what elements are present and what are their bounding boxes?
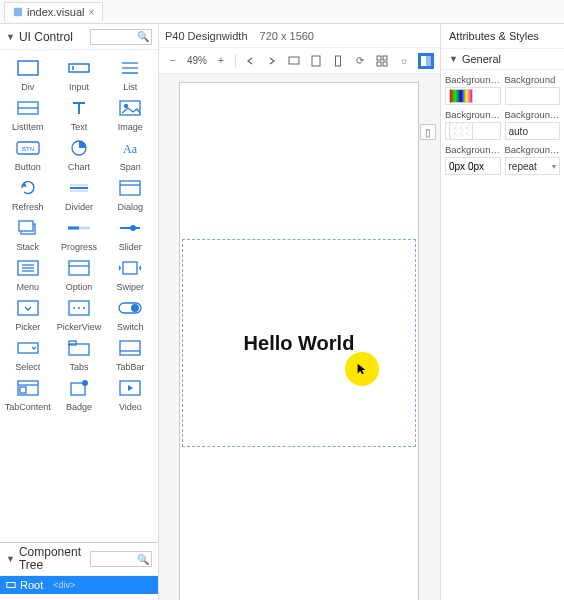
video-icon <box>117 378 143 398</box>
control-grid: DivInputListListItemTextImageBTNButtonCh… <box>0 50 158 542</box>
close-icon[interactable]: × <box>88 7 94 18</box>
svg-point-36 <box>78 307 80 309</box>
control-dialog[interactable]: Dialog <box>105 178 156 212</box>
prop-bg-value[interactable] <box>505 87 561 105</box>
prop-bg-label: Background <box>505 74 561 85</box>
canvas-text: Hello World <box>244 332 355 355</box>
control-slider[interactable]: Slider <box>105 218 156 252</box>
control-label: Option <box>66 282 93 292</box>
file-icon <box>13 7 23 17</box>
switch-icon <box>117 298 143 318</box>
prop-bg-color-value[interactable] <box>445 87 501 105</box>
brightness-icon[interactable]: ☼ <box>396 53 412 69</box>
svg-rect-59 <box>421 56 426 66</box>
control-chart[interactable]: Chart <box>53 138 104 172</box>
control-label: ListItem <box>12 122 44 132</box>
control-stack[interactable]: Stack <box>2 218 53 252</box>
tree-search-input[interactable] <box>93 554 137 565</box>
control-progress[interactable]: Progress <box>53 218 104 252</box>
rotate-icon[interactable]: ⟳ <box>352 53 368 69</box>
control-badge[interactable]: Badge <box>53 378 104 412</box>
control-search[interactable]: 🔍 <box>90 29 152 45</box>
device-resolution: 720 x 1560 <box>260 30 314 42</box>
control-list[interactable]: List <box>105 58 156 92</box>
control-label: Button <box>15 162 41 172</box>
prop-bg-image-value[interactable] <box>445 122 501 140</box>
span-icon: Aa <box>117 138 143 158</box>
control-button[interactable]: BTNButton <box>2 138 53 172</box>
control-tabs[interactable]: Tabs <box>53 338 104 372</box>
zoom-in-button[interactable]: + <box>213 53 229 69</box>
design-info-bar: P40 Designwidth 720 x 1560 <box>159 24 440 48</box>
device-name[interactable]: P40 Designwidth <box>165 30 248 42</box>
menu-icon <box>15 258 41 278</box>
tablet-icon[interactable] <box>308 53 324 69</box>
listitem-icon <box>15 98 41 118</box>
control-swiper[interactable]: Swiper <box>105 258 156 292</box>
control-video[interactable]: Video <box>105 378 156 412</box>
slider-icon <box>117 218 143 238</box>
svg-point-39 <box>131 304 139 312</box>
monitor-icon[interactable] <box>286 53 302 69</box>
toggle-panel-button[interactable]: ▯ <box>420 124 436 140</box>
phone-icon[interactable] <box>330 53 346 69</box>
control-divider[interactable]: Divider <box>53 178 104 212</box>
canvas-toolbar: − 49% + ⟳ ☼ <box>159 48 440 74</box>
tabs-icon <box>66 338 92 358</box>
chevron-down-icon[interactable]: ▼ <box>6 554 15 564</box>
general-section-header[interactable]: ▼ General <box>441 49 564 70</box>
div-icon <box>15 58 41 78</box>
svg-rect-47 <box>20 387 26 393</box>
control-label: Refresh <box>12 202 44 212</box>
control-select[interactable]: Select <box>2 338 53 372</box>
control-label: Dialog <box>118 202 144 212</box>
selected-element[interactable]: Hello World <box>182 239 416 447</box>
device-frame[interactable]: Hello World <box>179 82 419 600</box>
svg-rect-56 <box>383 56 387 60</box>
refresh-icon <box>15 178 41 198</box>
control-div[interactable]: Div <box>2 58 53 92</box>
canvas-area[interactable]: Hello World ▯ <box>159 74 440 600</box>
control-input[interactable]: Input <box>53 58 104 92</box>
control-menu[interactable]: Menu <box>2 258 53 292</box>
control-tabcontent[interactable]: TabContent <box>2 378 53 412</box>
control-label: Div <box>21 82 34 92</box>
chevron-down-icon[interactable]: ▼ <box>6 32 15 42</box>
list-icon <box>117 58 143 78</box>
center-panel: P40 Designwidth 720 x 1560 − 49% + ⟳ ☼ H… <box>159 24 440 600</box>
prop-bg-repeat-value[interactable]: repeat ▾ <box>505 157 561 175</box>
prop-bg-pos-value[interactable] <box>445 157 501 175</box>
control-search-input[interactable] <box>93 31 137 42</box>
control-tabbar[interactable]: TabBar <box>105 338 156 372</box>
control-switch[interactable]: Switch <box>105 298 156 332</box>
color-swatch <box>449 89 473 103</box>
control-text[interactable]: Text <box>53 98 104 132</box>
control-span[interactable]: AaSpan <box>105 138 156 172</box>
zoom-out-button[interactable]: − <box>165 53 181 69</box>
grid-icon[interactable] <box>374 53 390 69</box>
svg-rect-0 <box>14 8 22 16</box>
control-option[interactable]: Option <box>53 258 104 292</box>
svg-rect-51 <box>7 583 15 588</box>
control-pickerview[interactable]: PickerView <box>53 298 104 332</box>
control-label: Progress <box>61 242 97 252</box>
theme-toggle[interactable] <box>418 53 434 69</box>
control-listitem[interactable]: ListItem <box>2 98 53 132</box>
control-label: Picker <box>15 322 40 332</box>
tree-node-root[interactable]: Root <div> <box>0 576 158 594</box>
prop-bg-size-value[interactable]: auto <box>505 122 561 140</box>
control-picker[interactable]: Picker <box>2 298 53 332</box>
undo-button[interactable] <box>242 53 258 69</box>
tree-search[interactable]: 🔍 <box>90 551 152 567</box>
control-image[interactable]: Image <box>105 98 156 132</box>
prop-bg-pos-input[interactable] <box>449 161 497 172</box>
svg-rect-54 <box>336 56 341 66</box>
file-tab[interactable]: index.visual × <box>4 2 103 21</box>
control-label: Tabs <box>69 362 88 372</box>
svg-rect-52 <box>289 57 299 64</box>
redo-button[interactable] <box>264 53 280 69</box>
control-label: Input <box>69 82 89 92</box>
control-refresh[interactable]: Refresh <box>2 178 53 212</box>
svg-rect-2 <box>69 64 89 72</box>
component-tree-header: ▼ Component Tree 🔍 <box>0 542 158 576</box>
